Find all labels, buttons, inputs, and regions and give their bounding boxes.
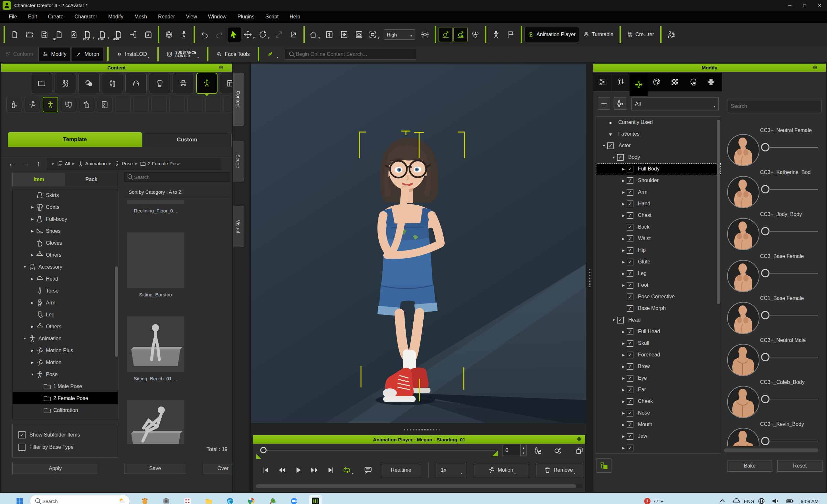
expand-arrow-icon[interactable]: ▶ bbox=[620, 423, 627, 427]
menu-mesh[interactable]: Mesh bbox=[129, 11, 152, 23]
menu-script[interactable]: Script bbox=[260, 11, 284, 23]
expand-arrow-icon[interactable]: ▶ bbox=[620, 260, 627, 264]
prev-frame-button[interactable] bbox=[275, 463, 289, 477]
substance-painter-button[interactable]: SUBSTANCEPAINTER ▾ bbox=[163, 48, 203, 61]
expand-arrow-icon[interactable]: ▶ bbox=[620, 272, 627, 275]
menu-character[interactable]: Character bbox=[69, 11, 102, 23]
expand-arrow-icon[interactable]: ▶ bbox=[620, 446, 627, 450]
morph-tree-item-base-morph[interactable]: ✓Base Morph bbox=[596, 302, 721, 314]
play-button[interactable] bbox=[291, 463, 305, 477]
checked-checkbox[interactable]: ✓ bbox=[627, 166, 633, 172]
tree-item-1-male-pose[interactable]: 1.Male Pose bbox=[13, 380, 117, 392]
temperature-label[interactable]: 77°F bbox=[653, 499, 664, 504]
zoom-taskbar-button[interactable] bbox=[288, 495, 300, 504]
morph-search-box[interactable] bbox=[727, 100, 822, 112]
script-doc-tab[interactable] bbox=[97, 97, 112, 112]
tree-item-skirts[interactable]: Skirts bbox=[13, 189, 117, 201]
tab-custom[interactable]: Custom bbox=[142, 132, 232, 147]
online-search-input[interactable] bbox=[296, 51, 414, 57]
shader-balls-button[interactable] bbox=[469, 27, 482, 42]
gizmo-pose-button[interactable] bbox=[454, 27, 467, 42]
morph-person-button[interactable] bbox=[614, 98, 626, 110]
morph-tree-item-mouth[interactable]: ▶✓Mouth bbox=[596, 419, 721, 430]
checked-checkbox[interactable]: ✓ bbox=[627, 201, 633, 207]
tree-item-head[interactable]: ▶Head bbox=[13, 273, 117, 285]
language-label[interactable]: ENG bbox=[744, 499, 754, 504]
nav-back-icon[interactable]: ← bbox=[8, 160, 15, 168]
morph-tree-item-hip[interactable]: ▶✓Hip bbox=[596, 244, 721, 256]
morph-tree-item-waist[interactable]: ▶✓Waist bbox=[596, 233, 721, 244]
add-morph-button[interactable] bbox=[598, 98, 610, 110]
tree-item-torso[interactable]: Torso bbox=[13, 285, 117, 297]
maximize-button[interactable]: □ bbox=[797, 0, 812, 11]
slider-track[interactable] bbox=[770, 231, 818, 231]
viewport-3d-scene[interactable] bbox=[251, 64, 586, 423]
expand-arrow-icon[interactable]: ▶ bbox=[620, 202, 627, 206]
player-hscrollbar[interactable] bbox=[256, 484, 583, 488]
expand-arrow-icon[interactable]: ▶ bbox=[29, 277, 36, 281]
pose-pin-button[interactable] bbox=[177, 27, 191, 42]
open-folder-button[interactable] bbox=[22, 27, 36, 42]
minimize-button[interactable]: ─ bbox=[782, 0, 797, 11]
checked-checkbox[interactable]: ✓ bbox=[627, 177, 633, 184]
range-end-marker[interactable] bbox=[492, 451, 498, 456]
menu-create[interactable]: Create bbox=[42, 11, 69, 23]
tree-item-2-female-pose[interactable]: 2.Female Pose bbox=[13, 392, 117, 404]
masks-tab[interactable] bbox=[61, 97, 76, 112]
close-button[interactable]: ✕ bbox=[812, 0, 827, 11]
tree-view-toggle-button[interactable] bbox=[596, 458, 612, 473]
expand-arrow-icon[interactable]: ▶ bbox=[29, 205, 36, 209]
pose-lock-icon[interactable] bbox=[532, 445, 543, 456]
flag-button[interactable] bbox=[504, 27, 518, 42]
slider-knob[interactable] bbox=[761, 185, 770, 193]
frame-number-input[interactable]: 0 bbox=[502, 445, 520, 456]
fit-vertical-button[interactable] bbox=[323, 27, 336, 42]
player-close-icon[interactable]: ⊗ bbox=[577, 436, 581, 442]
checked-checkbox[interactable]: ✓ bbox=[627, 282, 633, 289]
expand-arrow-icon[interactable]: ▶ bbox=[620, 411, 627, 415]
modify-close-icon[interactable]: ⊗ bbox=[813, 64, 817, 71]
expand-arrow-icon[interactable]: ▶ bbox=[620, 167, 627, 171]
paw-taskbar-button[interactable] bbox=[138, 495, 151, 504]
morph-tree-item-forehead[interactable]: ▶✓Forehead bbox=[596, 349, 721, 360]
render-export-icon[interactable] bbox=[552, 445, 563, 456]
panel-divider[interactable] bbox=[586, 62, 593, 492]
morph-avatar-thumbnail[interactable] bbox=[727, 428, 760, 446]
expand-arrow-icon[interactable]: ▶ bbox=[620, 400, 627, 403]
texture-checker-tab[interactable] bbox=[666, 73, 684, 91]
pivot-tool-button[interactable] bbox=[287, 27, 300, 42]
menu-modify[interactable]: Modify bbox=[103, 11, 129, 23]
expand-arrow-icon[interactable]: ▶ bbox=[620, 435, 627, 438]
filter-base-checkbox[interactable]: Filter by Base Type bbox=[18, 441, 117, 453]
menu-plugins[interactable]: Plugins bbox=[232, 11, 260, 23]
nav-forward-icon[interactable]: → bbox=[22, 160, 30, 168]
dropdown-caret-icon[interactable]: ▾ bbox=[253, 36, 255, 42]
expand-arrow-icon[interactable]: ▶ bbox=[620, 342, 627, 345]
doc-avatar-button[interactable] bbox=[67, 27, 81, 42]
doc-export-button[interactable]: OBJ▾ bbox=[82, 27, 96, 42]
figures-pair-tab[interactable] bbox=[55, 73, 76, 94]
morph-tree-item-eye[interactable]: ▶✓Eye bbox=[596, 372, 721, 384]
morph-tree-item-foot[interactable]: ▶✓Foot bbox=[596, 279, 721, 291]
clock-label[interactable]: 9:08 AM bbox=[801, 499, 819, 504]
timeline-handle[interactable] bbox=[260, 447, 266, 453]
pose-search-box[interactable] bbox=[124, 172, 230, 182]
side-tab-scene[interactable]: Scene bbox=[233, 141, 244, 181]
tree-item-arm[interactable]: ▶Arm bbox=[13, 297, 117, 309]
morph-tree-item-full-head[interactable]: ▶✓Full Head bbox=[596, 326, 721, 337]
battery-icon[interactable] bbox=[786, 497, 794, 504]
bake-button[interactable]: Bake bbox=[727, 460, 772, 472]
pose-thumbnail[interactable]: Sitting_Bench_01.... bbox=[127, 317, 184, 391]
expand-arrow-icon[interactable]: ▶ bbox=[29, 349, 36, 352]
morph-tree-item-glute[interactable]: ▶✓Glute bbox=[596, 256, 721, 268]
show-subfolder-checkbox[interactable]: ✓ Show Subfolder Items bbox=[18, 429, 117, 441]
morph-avatar-thumbnail[interactable] bbox=[727, 134, 760, 166]
orbit-camera-button[interactable] bbox=[352, 27, 366, 42]
checked-checkbox[interactable]: ✓ bbox=[627, 189, 633, 195]
tree-item-pose[interactable]: ▼Pose bbox=[13, 369, 117, 380]
pose-search-input[interactable] bbox=[134, 174, 228, 180]
folder-tab[interactable] bbox=[31, 73, 52, 94]
loop-range-button[interactable]: ▾ bbox=[341, 463, 355, 477]
select-cursor-button[interactable] bbox=[228, 27, 241, 42]
morph-tree-item-head[interactable]: ▼✓Head bbox=[596, 314, 721, 326]
